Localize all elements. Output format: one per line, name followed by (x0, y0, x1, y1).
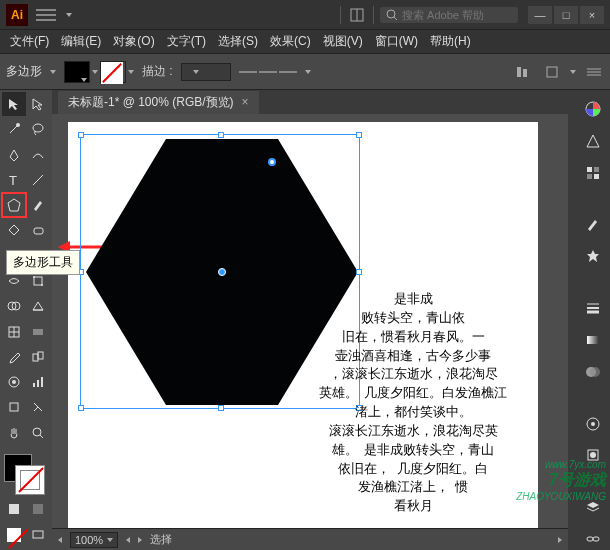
type-tool[interactable]: T (2, 168, 26, 192)
graphic-styles-panel-icon[interactable] (582, 445, 604, 467)
document-tab-close-icon[interactable]: × (242, 95, 249, 109)
svg-point-30 (12, 380, 16, 384)
fill-stroke-indicator[interactable] (2, 452, 50, 496)
svg-rect-18 (34, 277, 42, 285)
stroke-weight-field[interactable] (181, 63, 231, 81)
slice-tool[interactable] (26, 395, 50, 419)
brushes-panel-icon[interactable] (582, 214, 604, 236)
arrange-docs-icon[interactable] (347, 5, 367, 25)
menu-edit[interactable]: 编辑(E) (57, 31, 105, 52)
menu-type[interactable]: 文字(T) (163, 31, 210, 52)
window-maximize-button[interactable]: □ (554, 6, 578, 24)
center-point[interactable] (218, 268, 226, 276)
appearance-panel-icon[interactable] (582, 413, 604, 435)
svg-rect-58 (587, 537, 593, 541)
polygon-tool[interactable] (2, 193, 26, 217)
line-tool[interactable] (26, 168, 50, 192)
links-panel-icon[interactable] (582, 528, 604, 550)
sel-handle-s[interactable] (218, 405, 224, 411)
hamburger-icon[interactable] (36, 7, 56, 23)
transform-icon[interactable] (542, 62, 562, 82)
menu-help[interactable]: 帮助(H) (426, 31, 475, 52)
color-panel-icon[interactable] (582, 98, 604, 120)
stroke-style-icon[interactable] (239, 71, 297, 73)
panel-divider[interactable] (568, 90, 576, 550)
artboard-prev-icon[interactable] (126, 537, 130, 543)
canvas-viewport[interactable]: 是非成 败转头空，青山依 旧在，惯看秋月春风。一 壶浊酒喜相逢，古今多少事 ，滚… (52, 114, 568, 528)
menu-file[interactable]: 文件(F) (6, 31, 53, 52)
selection-tool[interactable] (2, 92, 26, 116)
sel-handle-nw[interactable] (78, 132, 84, 138)
zoom-field[interactable]: 100% (70, 532, 118, 548)
svg-rect-39 (33, 531, 43, 538)
body-text[interactable]: 是非成 败转头空，青山依 旧在，惯看秋月春风。一 壶浊酒喜相逢，古今多少事 ，滚… (298, 290, 528, 516)
transparency-panel-icon[interactable] (582, 361, 604, 383)
symbols-panel-icon[interactable] (582, 245, 604, 267)
document-tab[interactable]: 未标题-1* @ 100% (RGB/预览) × (58, 91, 259, 114)
gradient-tool[interactable] (26, 320, 50, 344)
stroke-dropdown-icon[interactable] (128, 70, 134, 74)
symbol-tool[interactable] (2, 370, 26, 394)
stroke-style-dropdown-icon[interactable] (305, 70, 311, 74)
mesh-tool[interactable] (2, 320, 26, 344)
stroke-color-box[interactable] (16, 466, 44, 494)
layers-panel-icon[interactable] (582, 496, 604, 518)
color-mode-icon[interactable] (2, 497, 26, 521)
svg-point-20 (41, 284, 43, 286)
hand-tool[interactable] (2, 421, 26, 445)
eyedropper-tool[interactable] (2, 345, 26, 369)
window-close-button[interactable]: × (580, 6, 604, 24)
svg-rect-34 (10, 403, 18, 411)
shape-builder-tool[interactable] (2, 294, 26, 318)
magic-wand-tool[interactable] (2, 117, 26, 141)
blend-tool[interactable] (26, 345, 50, 369)
sel-handle-n[interactable] (218, 132, 224, 138)
help-search[interactable] (380, 7, 518, 23)
gradient-mode-icon[interactable] (26, 497, 50, 521)
eraser-tool[interactable] (26, 218, 50, 242)
paintbrush-tool[interactable] (26, 193, 50, 217)
anchor-point[interactable] (268, 158, 276, 166)
fill-swatch[interactable] (64, 61, 90, 83)
fill-dropdown-icon[interactable] (92, 70, 98, 74)
menu-view[interactable]: 视图(V) (319, 31, 367, 52)
workspace-dropdown-icon[interactable] (66, 13, 72, 17)
menu-object[interactable]: 对象(O) (109, 31, 158, 52)
shape-dropdown-icon[interactable] (50, 70, 56, 74)
pen-tool[interactable] (2, 143, 26, 167)
swatches-panel-icon[interactable] (582, 162, 604, 184)
none-mode-icon[interactable] (2, 523, 26, 547)
sel-handle-e[interactable] (356, 269, 362, 275)
screen-mode-icon[interactable] (26, 523, 50, 547)
window-minimize-button[interactable]: — (528, 6, 552, 24)
direct-selection-tool[interactable] (26, 92, 50, 116)
stroke-swatch[interactable] (100, 61, 126, 83)
svg-rect-4 (517, 67, 521, 77)
perspective-tool[interactable] (26, 294, 50, 318)
sel-handle-sw[interactable] (78, 405, 84, 411)
align-icon[interactable] (514, 62, 534, 82)
help-search-input[interactable] (402, 9, 512, 21)
artboard-tool[interactable] (2, 395, 26, 419)
menu-select[interactable]: 选择(S) (214, 31, 262, 52)
zoom-dropdown-icon[interactable] (107, 538, 113, 542)
gradient-panel-icon[interactable] (582, 329, 604, 351)
artboard[interactable]: 是非成 败转头空，青山依 旧在，惯看秋月春风。一 壶浊酒喜相逢，古今多少事 ，滚… (68, 122, 538, 528)
shaper-tool[interactable] (2, 218, 26, 242)
more-options-icon[interactable] (570, 70, 576, 74)
artboard-next-icon[interactable] (138, 537, 142, 543)
sel-handle-ne[interactable] (356, 132, 362, 138)
stroke-panel-icon[interactable] (582, 297, 604, 319)
curvature-tool[interactable] (26, 143, 50, 167)
graph-tool[interactable] (26, 370, 50, 394)
color-guide-panel-icon[interactable] (582, 130, 604, 152)
lasso-tool[interactable] (26, 117, 50, 141)
zoom-tool[interactable] (26, 421, 50, 445)
menu-window[interactable]: 窗口(W) (371, 31, 422, 52)
menu-effect[interactable]: 效果(C) (266, 31, 315, 52)
panel-menu-icon[interactable] (584, 62, 604, 82)
scroll-right-icon[interactable] (558, 537, 562, 543)
menu-bar: 文件(F) 编辑(E) 对象(O) 文字(T) 选择(S) 效果(C) 视图(V… (0, 30, 610, 54)
status-bar: 100% 选择 (52, 528, 568, 550)
nav-prev-icon[interactable] (58, 537, 62, 543)
